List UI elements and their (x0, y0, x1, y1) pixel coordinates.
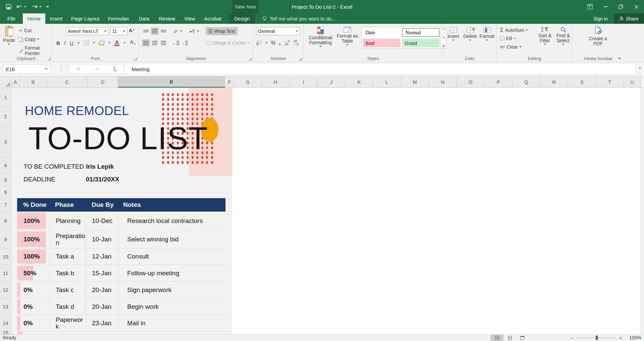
column-header-D[interactable]: D (88, 76, 118, 88)
table-row[interactable]: 0%Task c20-JanSign paperwork (17, 282, 226, 298)
name-box[interactable]: E16 (3, 64, 51, 74)
format-as-table-button[interactable]: Format as Table (336, 26, 359, 46)
cell-due[interactable]: 20-Jan (86, 282, 118, 298)
fill-button[interactable]: ↓ Fill (500, 34, 516, 43)
italic-button[interactable]: I (64, 40, 66, 46)
middle-align-button[interactable] (151, 27, 159, 35)
undo-dropdown-icon[interactable] (24, 6, 27, 7)
redo-button[interactable] (31, 4, 42, 9)
minimize-button[interactable] (598, 0, 613, 13)
insert-cells-button[interactable]: ← Insert (446, 27, 461, 41)
tell-me-box[interactable]: Tell me what you want to do... (262, 13, 336, 24)
cell-notes[interactable]: Select winning bid (118, 230, 226, 248)
cell-due[interactable]: 10-Jan (86, 230, 118, 248)
tab-data[interactable]: Data (134, 13, 154, 24)
formula-input[interactable]: Meeting (125, 64, 635, 74)
share-button[interactable]: Share (614, 13, 644, 24)
column-header-I[interactable]: I (290, 76, 317, 88)
column-header-J[interactable]: J (317, 76, 345, 88)
table-row[interactable]: 0%Paperwork23-JanMail in (17, 315, 226, 331)
cancel-icon[interactable]: ✕ (76, 66, 81, 72)
column-header-R[interactable]: R (540, 76, 568, 88)
undo-button[interactable] (16, 4, 27, 9)
align-center-button[interactable] (151, 39, 159, 47)
column-header-U[interactable]: U (624, 76, 641, 88)
decrease-indent-button[interactable]: ← (171, 39, 180, 47)
restore-button[interactable] (613, 0, 629, 13)
tab-review[interactable]: Review (154, 13, 180, 24)
top-align-button[interactable] (142, 27, 150, 35)
tab-insert[interactable]: Insert (45, 13, 67, 24)
column-header-B[interactable]: B (19, 76, 47, 88)
insert-function-icon[interactable]: fx (113, 66, 117, 73)
row-header-10[interactable]: 10 (0, 248, 11, 265)
underline-button[interactable]: U (70, 40, 73, 46)
cell-due[interactable]: 20-Jan (86, 298, 118, 315)
format-painter-button[interactable]: Format Painter (19, 45, 52, 56)
row-header-9[interactable]: 9 (0, 230, 11, 248)
tab-design[interactable]: Design (229, 13, 255, 24)
zoom-slider[interactable] (576, 338, 616, 338)
cell-phase[interactable]: Task b (50, 265, 86, 281)
column-header-E[interactable]: E (118, 76, 225, 88)
style-bad[interactable]: Bad (363, 39, 400, 47)
text-direction-button[interactable]: ▸¶ (188, 27, 196, 35)
redo-dropdown-icon[interactable] (39, 6, 42, 7)
cell-notes[interactable]: Follow-up meeting (118, 265, 226, 281)
table-row[interactable]: 0%Task d20-JanBegin work (17, 298, 226, 315)
clipboard-dialog-launcher[interactable] (48, 57, 51, 60)
find-select-button[interactable]: Find & Select (554, 26, 572, 45)
column-header-T[interactable]: T (596, 76, 624, 88)
column-header-M[interactable]: M (401, 76, 429, 88)
column-header-C[interactable]: C (47, 76, 88, 88)
conditional-formatting-button[interactable]: Conditional Formatting (307, 26, 334, 47)
increase-indent-button[interactable]: → (180, 39, 188, 47)
tab-page-layout[interactable]: Page Layout (67, 13, 103, 24)
style-good[interactable]: Good (402, 39, 440, 47)
increase-decimal-icon[interactable]: ←.0.00 (284, 40, 290, 46)
align-left-button[interactable] (142, 39, 150, 47)
column-header-H[interactable]: H (262, 76, 290, 88)
underline-dropdown-icon[interactable] (78, 42, 80, 44)
cell-notes[interactable]: Mail in (118, 315, 226, 331)
font-name-combo[interactable]: Avenir Next LT (66, 27, 109, 35)
sheet-area[interactable]: HOME REMODEL TO-DO LIST TO BE COMPLETED … (11, 88, 641, 334)
clear-button[interactable]: Clear (500, 43, 522, 51)
style-normal[interactable]: Normal (402, 28, 440, 37)
column-header-S[interactable]: S (568, 76, 596, 88)
page-break-view-button[interactable] (516, 335, 529, 341)
row-header-3[interactable]: 3 (0, 126, 11, 158)
fill-color-icon[interactable] (99, 40, 104, 46)
expand-formula-bar-icon[interactable] (639, 68, 641, 69)
decrease-decimal-icon[interactable]: .00→.0 (293, 40, 299, 46)
cell-done[interactable]: 100% (17, 248, 50, 265)
font-size-combo[interactable]: 11 (110, 27, 128, 35)
cell-due[interactable]: 15-Jan (86, 265, 118, 281)
tab-view[interactable]: View (180, 13, 200, 24)
column-header-L[interactable]: L (373, 76, 401, 88)
sort-filter-button[interactable]: AZ Sort & Filter (536, 26, 554, 45)
table-row[interactable]: 50%Task b15-JanFollow-up meeting (17, 265, 226, 282)
number-format-combo[interactable]: General (256, 27, 300, 35)
wrap-text-button[interactable]: Wrap Text (206, 27, 238, 35)
formula-bar-splitter[interactable] (61, 66, 62, 72)
column-header-F[interactable]: F (225, 76, 234, 88)
cell-phase[interactable]: Task a (50, 248, 86, 265)
cell-due[interactable]: 10-Dec (86, 212, 118, 230)
cell-done[interactable]: 0% (17, 298, 50, 315)
copy-button[interactable]: Copy (19, 37, 39, 42)
percent-style-icon[interactable]: % (271, 40, 276, 46)
row-header-7[interactable]: 7 (0, 198, 11, 212)
save-icon[interactable] (6, 4, 11, 9)
column-header-O[interactable]: O (457, 76, 485, 88)
zoom-out-button[interactable]: − (571, 335, 574, 341)
zoom-slider-thumb[interactable] (596, 336, 598, 340)
row-header-13[interactable]: 13 (0, 298, 11, 315)
cell-phase[interactable]: Planning (50, 212, 86, 230)
table-row[interactable]: 100%Task a12-JanConsult (17, 248, 226, 265)
vertical-scrollbar[interactable] (641, 88, 644, 334)
cell-done[interactable]: 50% (17, 265, 50, 281)
merge-center-button[interactable]: ↔ Merge & Center (206, 40, 250, 46)
column-header-Q[interactable]: Q (512, 76, 540, 88)
normal-view-button[interactable] (491, 335, 503, 341)
